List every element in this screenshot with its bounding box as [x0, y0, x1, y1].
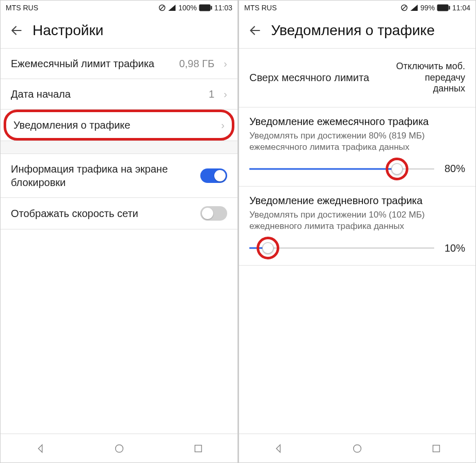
- svg-rect-2: [199, 5, 211, 11]
- row-label: Информация трафика на экране блокировки: [11, 162, 194, 189]
- svg-line-7: [402, 6, 406, 10]
- highlight-circle-icon: [386, 158, 408, 180]
- signal-icon: [410, 4, 418, 11]
- divider: [239, 265, 475, 266]
- clock: 11:03: [214, 4, 232, 12]
- header: Уведомления о трафике: [239, 15, 475, 48]
- slider-monthly: 80%: [239, 156, 475, 186]
- toggle-lockscreen-info[interactable]: [200, 168, 227, 183]
- battery-pct: 99%: [420, 4, 435, 12]
- row-show-speed[interactable]: Отображать скорость сети: [1, 198, 237, 229]
- nav-back-icon[interactable]: [273, 443, 284, 454]
- row-lockscreen-info[interactable]: Информация трафика на экране блокировки: [1, 154, 237, 197]
- row-label: Ежемесячный лимит трафика: [11, 57, 173, 70]
- daily-notif-block: Уведомление ежедневного трафика Уведомля…: [239, 187, 475, 235]
- monthly-notif-block: Уведомление ежемесячного трафика Уведомл…: [239, 107, 475, 156]
- row-label: Отображать скорость сети: [11, 207, 194, 220]
- nav-back-icon[interactable]: [35, 443, 46, 454]
- screen-settings: MTS RUS 100% 11:03 Настройки Ежемесячный…: [0, 0, 238, 463]
- highlight-circle-icon: [257, 237, 279, 259]
- row-over-limit[interactable]: Сверх месячного лимита Отключить моб. пе…: [239, 49, 475, 107]
- header: Настройки: [1, 15, 237, 48]
- slider-track-monthly[interactable]: [249, 161, 434, 177]
- back-arrow-icon[interactable]: [248, 24, 262, 37]
- svg-rect-11: [433, 445, 439, 452]
- no-location-icon: [158, 4, 166, 11]
- row-start-date[interactable]: Дата начала 1 ›: [1, 79, 237, 109]
- status-right: 99% 11:04: [401, 4, 470, 12]
- battery-icon: [199, 4, 212, 11]
- carrier-label: MTS RUS: [6, 4, 38, 12]
- monthly-notif-desc: Уведомлять при достижении 80% (819 МБ) е…: [249, 130, 465, 153]
- chevron-right-icon: ›: [221, 119, 225, 131]
- nav-home-icon[interactable]: [352, 443, 363, 454]
- nav-recent-icon[interactable]: [431, 443, 442, 454]
- page-title: Настройки: [33, 22, 103, 39]
- row-value: Отключить моб. передачу данных: [393, 61, 465, 95]
- svg-line-1: [160, 6, 164, 10]
- row-value: 0,98 ГБ: [179, 58, 214, 70]
- row-label: Уведомления о трафике: [13, 118, 212, 132]
- chevron-right-icon: ›: [224, 58, 227, 70]
- nav-bar: [239, 434, 475, 462]
- screen-traffic-notifications: MTS RUS 99% 11:04 Уведомления о трафике …: [238, 0, 476, 463]
- battery-icon: [437, 4, 450, 11]
- chevron-right-icon: ›: [224, 88, 227, 100]
- carrier-label: MTS RUS: [244, 4, 277, 12]
- row-label: Сверх месячного лимита: [249, 71, 387, 84]
- no-location-icon: [401, 4, 408, 11]
- svg-rect-8: [437, 5, 449, 11]
- row-value: 1: [209, 88, 214, 100]
- nav-bar: [1, 434, 237, 462]
- status-right: 100% 11:03: [158, 4, 232, 12]
- svg-rect-9: [449, 6, 450, 10]
- signal-icon: [168, 4, 176, 11]
- slider-value-monthly: 80%: [441, 163, 465, 175]
- status-bar: MTS RUS 100% 11:03: [1, 1, 237, 15]
- page-title: Уведомления о трафике: [271, 22, 435, 39]
- back-arrow-icon[interactable]: [10, 24, 23, 37]
- status-bar: MTS RUS 99% 11:04: [239, 1, 475, 15]
- svg-rect-5: [195, 445, 201, 452]
- nav-home-icon[interactable]: [114, 443, 125, 454]
- daily-notif-title: Уведомление ежедневного трафика: [249, 194, 465, 207]
- divider: [1, 229, 237, 229]
- row-label: Дата начала: [11, 87, 202, 101]
- clock: 11:04: [452, 4, 470, 12]
- daily-notif-desc: Уведомлять при достижении 10% (102 МБ) е…: [249, 209, 465, 232]
- svg-rect-3: [211, 6, 212, 10]
- section-gap: [1, 141, 237, 154]
- battery-pct: 100%: [178, 4, 197, 12]
- slider-daily: 10%: [239, 235, 475, 265]
- slider-track-daily[interactable]: [249, 240, 434, 256]
- nav-recent-icon[interactable]: [193, 443, 204, 454]
- toggle-show-speed[interactable]: [200, 206, 227, 221]
- svg-point-10: [354, 444, 361, 452]
- slider-value-daily: 10%: [441, 242, 465, 254]
- monthly-notif-title: Уведомление ежемесячного трафика: [249, 115, 465, 128]
- row-monthly-limit[interactable]: Ежемесячный лимит трафика 0,98 ГБ ›: [1, 49, 237, 79]
- row-traffic-notifications[interactable]: Уведомления о трафике ›: [4, 110, 234, 141]
- svg-point-4: [115, 444, 123, 452]
